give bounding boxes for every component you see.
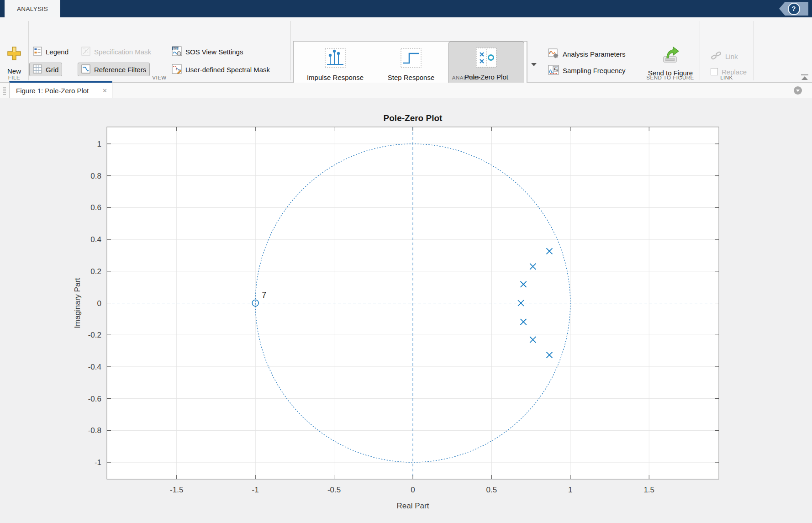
reference-filters-icon — [81, 64, 90, 75]
y-tick-label: 0.6 — [90, 203, 101, 212]
minimize-ribbon-button[interactable] — [801, 74, 808, 80]
figure-tab-title: Figure 1: Pole-Zero Plot — [16, 87, 100, 95]
specification-mask-icon — [81, 47, 90, 57]
spectral-mask-icon — [172, 64, 182, 75]
group-separator — [28, 21, 29, 80]
help-button[interactable]: ? — [779, 2, 808, 16]
figure-tab-bar: Figure 1: Pole-Zero Plot ✕ — [0, 83, 812, 98]
sos-view-settings-label: SOS View Settings — [185, 48, 243, 56]
replace-label: Replace — [722, 68, 747, 76]
sos-view-settings-button[interactable]: SOS SOS View Settings — [168, 45, 247, 58]
x-tick-label: 0.5 — [486, 486, 497, 494]
spectral-mask-label: User-defined Spectral Mask — [185, 66, 270, 74]
section-label-view: VIEW — [28, 75, 290, 80]
x-axis-label: Real Part — [397, 502, 429, 510]
specification-mask-button: Specification Mask — [78, 45, 155, 58]
group-separator — [641, 21, 641, 80]
y-tick-label: 0.4 — [90, 235, 101, 244]
replace-checkbox — [711, 68, 718, 75]
legend-button[interactable]: Legend — [29, 45, 72, 58]
section-label-file: FILE — [0, 75, 28, 80]
specification-mask-label: Specification Mask — [94, 48, 151, 56]
grid-icon — [33, 64, 42, 75]
x-tick-label: 0 — [411, 486, 415, 494]
reference-filters-toggle[interactable]: Reference Filters — [78, 63, 150, 76]
x-tick-label: 1.5 — [643, 486, 654, 494]
toolstrip-header: ANALYSIS ? — [0, 0, 812, 17]
y-tick-label: 0.2 — [90, 267, 101, 276]
chevron-down-icon — [796, 90, 800, 92]
section-label-analysis: ANALYSIS — [290, 75, 641, 80]
y-tick-label: 1 — [97, 140, 101, 148]
chevron-down-icon — [531, 63, 537, 66]
grid-toggle[interactable]: Grid — [29, 63, 62, 76]
group-separator — [290, 21, 291, 80]
legend-icon — [33, 47, 42, 57]
minimize-ribbon-icon — [801, 74, 808, 75]
y-tick-label: 0.8 — [90, 172, 101, 180]
tab-analysis[interactable]: ANALYSIS — [5, 0, 60, 17]
figure-tab-close-icon[interactable]: ✕ — [102, 87, 107, 94]
analysis-gallery-dropdown[interactable] — [527, 41, 540, 88]
spectral-mask-button[interactable]: User-defined Spectral Mask — [168, 63, 274, 76]
step-response-icon — [401, 48, 422, 69]
plot-title: Pole-Zero Plot — [384, 113, 443, 123]
link-button: Link — [707, 49, 742, 63]
y-axis-label: Imaginary Part — [73, 278, 82, 328]
y-tick-label: 0 — [97, 299, 101, 308]
sampling-frequency-label: Sampling Frequency — [563, 67, 626, 74]
x-tick-label: 1 — [568, 486, 572, 494]
legend-label: Legend — [46, 48, 69, 56]
pole-zero-plot-icon — [476, 48, 497, 69]
analysis-parameters-label: Analysis Parameters — [563, 50, 626, 58]
link-icon — [711, 51, 722, 62]
grid-label: Grid — [46, 66, 58, 74]
analysis-parameters-icon — [548, 48, 559, 60]
sos-view-settings-icon: SOS — [172, 46, 182, 58]
reference-filters-label: Reference Filters — [94, 66, 146, 74]
link-label: Link — [725, 53, 738, 60]
svg-text:SOS: SOS — [173, 47, 179, 50]
analysis-parameters-button[interactable]: Analysis Parameters — [544, 47, 629, 61]
y-tick-label: -0.4 — [88, 363, 101, 371]
x-tick-label: -0.5 — [327, 486, 341, 494]
y-tick-label: -0.6 — [88, 395, 101, 403]
y-tick-label: -0.2 — [88, 331, 101, 339]
group-separator — [700, 21, 700, 80]
x-tick-label: -1.5 — [170, 486, 183, 494]
help-icon: ? — [788, 3, 800, 15]
group-separator — [754, 21, 754, 80]
pole-zero-plot-canvas: -1.5-1-0.500.511.5-1-0.8-0.6-0.4-0.200.2… — [0, 98, 812, 523]
x-tick-label: -1 — [252, 486, 259, 494]
y-tick-label: -0.8 — [88, 426, 101, 435]
y-tick-label: -1 — [95, 458, 101, 467]
figure-canvas: -1.5-1-0.500.511.5-1-0.8-0.6-0.4-0.200.2… — [0, 98, 812, 523]
section-label-link: LINK — [700, 75, 754, 80]
ribbon: New FILE Legend Grid — [0, 17, 812, 83]
new-button-label: New — [7, 67, 21, 75]
new-plus-icon — [6, 46, 22, 63]
zero-multiplicity-label: 7 — [262, 291, 266, 300]
figure-tab[interactable]: Figure 1: Pole-Zero Plot ✕ — [9, 81, 112, 98]
tabbar-options-button[interactable] — [794, 86, 802, 95]
impulse-response-icon — [325, 48, 346, 69]
send-to-figure-icon — [661, 46, 680, 65]
tabbar-grip-handle[interactable] — [3, 86, 6, 95]
section-label-send-to-figure: SEND TO FIGURE — [641, 75, 700, 80]
